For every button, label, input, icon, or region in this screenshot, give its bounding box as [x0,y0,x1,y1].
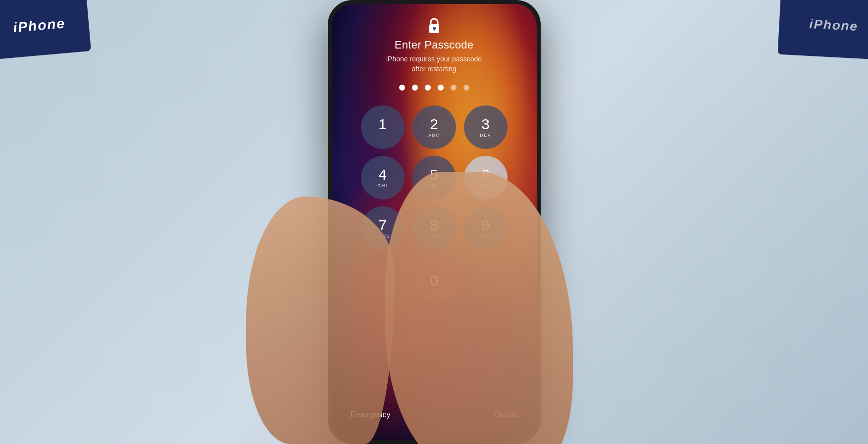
passcode-dots [399,85,469,91]
key-2-digit: 2 [430,117,438,132]
dot-5 [451,85,457,91]
dot-3 [425,85,431,91]
passcode-title: Enter Passcode [386,39,482,51]
iphone-box-right-label: iPhone [809,16,859,34]
key-4-letters: GHI [377,183,388,188]
key-1-letters [381,133,383,138]
dot-2 [412,85,418,91]
key-2[interactable]: 2 ABC [412,105,456,149]
key-1-digit: 1 [378,117,387,132]
key-3-letters: DEF [480,133,491,138]
numpad-row-1: 1 2 ABC 3 DEF [361,105,508,149]
key-2-letters: ABC [428,133,440,138]
iphone-box-right: iPhone [778,0,868,60]
key-3[interactable]: 3 DEF [464,105,508,149]
iphone-box-left: iPhone [0,0,91,59]
dot-1 [399,85,405,91]
key-4[interactable]: 4 GHI [361,156,405,199]
title-area: Enter Passcode iPhone requires your pass… [371,39,497,74]
lock-icon [426,18,442,34]
iphone-box-left-label: iPhone [12,15,66,36]
key-4-digit: 4 [378,167,387,182]
svg-rect-2 [434,28,435,31]
dot-6 [463,85,469,91]
key-1[interactable]: 1 [361,105,405,149]
passcode-subtitle: iPhone requires your passcodeafter resta… [386,54,482,74]
key-3-digit: 3 [481,117,490,132]
hand-left [246,197,395,444]
dot-4 [438,85,444,91]
